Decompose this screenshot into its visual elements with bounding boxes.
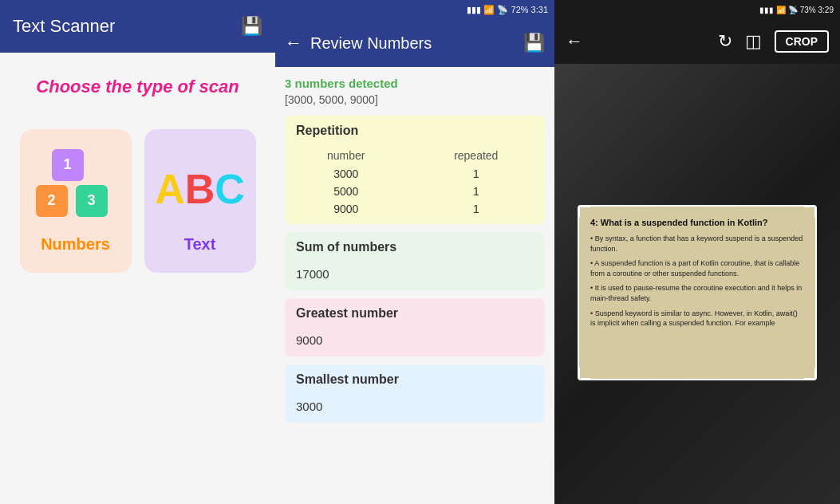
list-item: Suspend keyword is similar to async. How… <box>590 309 804 329</box>
smallest-value: 3000 <box>285 395 545 423</box>
back-button[interactable]: ← <box>285 33 302 53</box>
text-icon: ABC <box>160 149 240 229</box>
greatest-value: 9000 <box>285 329 545 356</box>
choose-scan-label: Choose the type of scan <box>36 77 239 97</box>
toolbar-left: ← <box>566 31 583 52</box>
save-icon[interactable]: 💾 <box>241 16 262 37</box>
row-number: 3000 <box>285 165 408 183</box>
text-label: Text <box>184 235 216 254</box>
table-row: 90001 <box>285 200 545 218</box>
letter-a: A <box>155 166 185 212</box>
numbers-icon: 1 2 3 <box>36 149 116 229</box>
table-row: 30001 <box>285 165 545 183</box>
detected-number: 3 <box>285 77 291 90</box>
toolbar-right: ↻ ◫ CROP <box>718 30 829 53</box>
row-repeated: 1 <box>408 200 545 218</box>
corner-bl <box>578 368 590 380</box>
document-overlay: 4: What is a suspended function in Kotli… <box>578 205 817 380</box>
header-left: ← Review Numbers <box>285 33 432 53</box>
panel2-header: ← Review Numbers 💾 <box>275 19 554 67</box>
doc-title: 4: What is a suspended function in Kotli… <box>590 218 804 227</box>
repetition-header: Repetition <box>285 116 545 146</box>
detected-count: 3 numbers detected <box>285 77 545 90</box>
flip-icon[interactable]: ◫ <box>745 31 762 52</box>
sum-value: 17000 <box>285 262 545 290</box>
row-number: 5000 <box>285 183 408 200</box>
camera-back-button[interactable]: ← <box>566 31 583 52</box>
list-item: A suspended function is a part of Kotlin… <box>590 258 804 278</box>
block-3: 3 <box>76 185 108 217</box>
row-repeated: 1 <box>408 165 545 183</box>
rotate-icon[interactable]: ↻ <box>718 31 732 52</box>
abc-display: ABC <box>155 168 245 210</box>
camera-status-icons: ▮▮▮ 📶 📡 73% 3:29 <box>759 6 834 14</box>
list-item: By syntax, a function that has a keyword… <box>590 234 804 254</box>
greatest-card: Greatest number 9000 <box>285 298 545 356</box>
greatest-header: Greatest number <box>285 298 545 329</box>
detected-text-label: numbers detected <box>295 77 398 90</box>
corner-br <box>804 368 817 380</box>
sum-card: Sum of numbers 17000 <box>285 232 545 290</box>
corner-tr <box>804 205 817 218</box>
repetition-table: number repeated 300015000190001 <box>285 146 545 218</box>
camera-viewport: 4: What is a suspended function in Kotli… <box>554 64 840 504</box>
numbers-scan-option[interactable]: 1 2 3 Numbers <box>20 129 132 273</box>
detected-info: 3 numbers detected [3000, 5000, 9000] <box>285 77 545 106</box>
letter-c: C <box>215 166 245 212</box>
row-repeated: 1 <box>408 183 545 200</box>
letter-b: B <box>185 166 215 212</box>
panel2-status-bar: ▮▮▮ 📶 📡 72% 3:31 <box>275 0 554 19</box>
repetition-card: Repetition number repeated 3000150001900… <box>285 116 545 224</box>
panel-review-numbers: ▮▮▮ 📶 📡 72% 3:31 ← Review Numbers 💾 3 nu… <box>275 0 554 504</box>
crop-button[interactable]: CROP <box>775 30 829 53</box>
col-repeated-header: repeated <box>408 146 545 165</box>
panel-text-scanner: Text Scanner 💾 Choose the type of scan 1… <box>0 0 275 504</box>
app-title: Text Scanner <box>13 16 115 37</box>
row-number: 9000 <box>285 200 408 218</box>
sum-header: Sum of numbers <box>285 232 545 262</box>
review-numbers-title: Review Numbers <box>310 34 432 53</box>
panel2-body: 3 numbers detected [3000, 5000, 9000] Re… <box>275 67 554 504</box>
scan-options-container: 1 2 3 Numbers ABC Text <box>20 129 256 273</box>
col-number-header: number <box>285 146 408 165</box>
text-scan-option[interactable]: ABC Text <box>144 129 256 273</box>
doc-bullets: By syntax, a function that has a keyword… <box>590 234 804 329</box>
smallest-header: Smallest number <box>285 364 545 395</box>
status-icons: ▮▮▮ 📶 📡 72% 3:31 <box>467 5 548 15</box>
table-row: 50001 <box>285 183 545 200</box>
smallest-card: Smallest number 3000 <box>285 364 545 423</box>
block-2: 2 <box>36 185 68 217</box>
panel3-toolbar: ← ↻ ◫ CROP <box>554 19 840 64</box>
numbers-label: Numbers <box>41 235 110 254</box>
list-item: It is used to pause-resume the coroutine… <box>590 283 804 303</box>
save-icon-p2[interactable]: 💾 <box>523 33 545 53</box>
block-1: 1 <box>52 149 84 181</box>
corner-tl <box>578 205 590 218</box>
panel3-status-bar: ▮▮▮ 📶 📡 73% 3:29 <box>554 0 840 19</box>
panel-camera: ▮▮▮ 📶 📡 73% 3:29 ← ↻ ◫ CROP 4: What is a… <box>554 0 840 504</box>
panel1-header: Text Scanner 💾 <box>0 0 275 53</box>
panel1-body: Choose the type of scan 1 2 3 Numbers AB… <box>0 53 275 504</box>
detected-list: [3000, 5000, 9000] <box>285 93 545 106</box>
